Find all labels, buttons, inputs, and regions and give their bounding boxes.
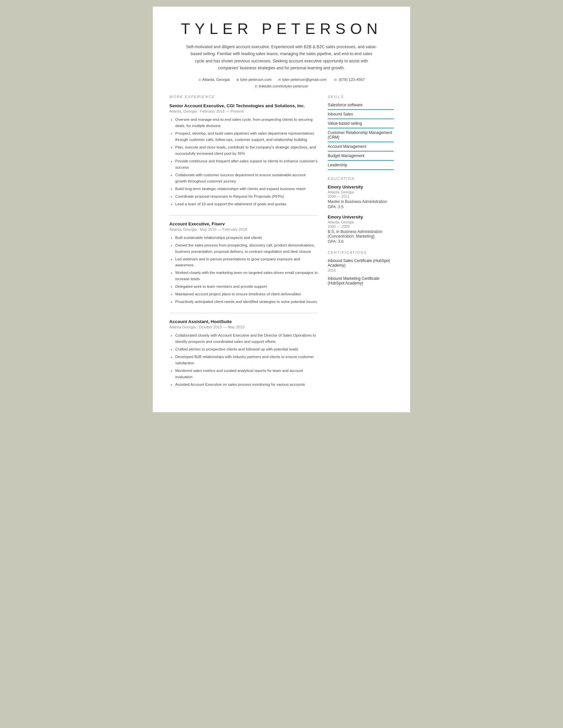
phone-text: (678) 123-4567 bbox=[339, 78, 365, 82]
linkedin-contact: in linkedin.com/in/tyler-peterson bbox=[255, 84, 308, 88]
edu-school-2: Emory University bbox=[328, 215, 394, 219]
website-icon: ⊕ bbox=[236, 78, 239, 82]
edu-years-1: 2009 — 2011 bbox=[328, 194, 394, 198]
list-item: Assisted Account Executive on sales proc… bbox=[175, 381, 318, 388]
edu-gpa-1: GPA: 3.5 bbox=[328, 205, 394, 209]
side-column: SKILLS Salesforce software Inbound Sales… bbox=[328, 95, 394, 396]
job-dates-1: February 2018 — Present bbox=[200, 109, 244, 113]
list-item: Prospect, develop, and build sales pipel… bbox=[175, 130, 318, 143]
job-block-3: Account Assistant, HootSuite Atlanta Geo… bbox=[169, 319, 318, 388]
list-item: Provide continuous and frequent after-sa… bbox=[175, 158, 318, 171]
edu-years-2: 2005 — 2009 bbox=[328, 224, 394, 228]
edu-gpa-2: GPA: 3.6 bbox=[328, 239, 394, 244]
list-item: Maintained account project plans to ensu… bbox=[175, 291, 318, 297]
job-meta-3: Atlanta Georgia · October 2013 — May 201… bbox=[169, 325, 318, 329]
resume-header: TYLER PETERSON Self-motivated and dilige… bbox=[169, 20, 394, 88]
job-title-2: Account Executive, Fiserv bbox=[169, 221, 318, 226]
edu-location-1: Atlanta, Georgia bbox=[328, 190, 394, 194]
job-bullets-2: Built sustainable relationships prospect… bbox=[169, 235, 318, 305]
list-item: Collaborated closely with Account Execut… bbox=[175, 332, 318, 345]
list-item: Oversee and manage end-to-end sales cycl… bbox=[175, 116, 318, 129]
list-item: Collaborate with customer success depart… bbox=[175, 172, 318, 184]
list-item: Worked closely with the marketing team o… bbox=[175, 270, 318, 282]
linkedin-icon: in bbox=[255, 84, 257, 88]
list-item: Monitored sales metrics and curated anal… bbox=[175, 368, 318, 380]
skill-item-2: Value-based selling bbox=[328, 121, 394, 128]
contact-website: ⊕ tyler-peterson.com bbox=[236, 78, 272, 82]
list-item: Developed B2B relationships with industr… bbox=[175, 354, 318, 366]
edu-location-2: Atlanta, Georgia bbox=[328, 220, 394, 224]
job-location-2: Atlanta, Georgia bbox=[169, 227, 197, 231]
edu-degree-1: Master in Business Administration bbox=[328, 199, 394, 204]
list-item: Lead a team of 10 and support the attain… bbox=[175, 201, 318, 207]
resume-page: TYLER PETERSON Self-motivated and dilige… bbox=[153, 7, 410, 412]
cert-name-2: Inbound Marketing Certificate (HubSpot A… bbox=[328, 276, 394, 285]
job-meta-2: Atlanta, Georgia · May 2015 — February 2… bbox=[169, 227, 318, 231]
cert-block-1: Inbound Sales Certificate (HubSpot Acade… bbox=[328, 258, 394, 272]
linkedin-text: linkedin.com/in/tyler-peterson bbox=[259, 84, 308, 88]
skill-item-0: Salesforce software bbox=[328, 103, 394, 110]
list-item: Proactively anticipated client needs and… bbox=[175, 299, 318, 305]
linkedin-row: in linkedin.com/in/tyler-peterson bbox=[169, 84, 394, 88]
list-item: Led webinars and in-person presentations… bbox=[175, 256, 318, 269]
edu-block-1: Emory University Atlanta, Georgia 2009 —… bbox=[328, 184, 394, 209]
edu-school-1: Emory University bbox=[328, 184, 394, 189]
contact-row: ⊙ Atlanta, Georgia ⊕ tyler-peterson.com … bbox=[169, 78, 394, 82]
email-icon: ✉ bbox=[278, 78, 281, 82]
job-dates-2: May 2015 — February 2018 bbox=[200, 227, 247, 231]
location-icon: ⊙ bbox=[198, 78, 201, 82]
contact-email: ✉ tyler-peterson@gmail.com bbox=[278, 78, 326, 82]
summary-text: Self-motivated and diligent account exec… bbox=[186, 44, 377, 72]
phone-icon: ☏ bbox=[333, 78, 338, 82]
job-block-1: Senior Account Executive, CGI Technologi… bbox=[169, 103, 318, 207]
job-bullets-3: Collaborated closely with Account Execut… bbox=[169, 332, 318, 388]
job-meta-1: Atlanta, Georgia · February 2018 — Prese… bbox=[169, 109, 318, 113]
skill-item-4: Account Management bbox=[328, 144, 394, 151]
contact-location: ⊙ Atlanta, Georgia bbox=[198, 78, 230, 82]
contact-phone: ☏ (678) 123-4567 bbox=[333, 78, 365, 82]
list-item: Coordinate proposal responses to Request… bbox=[175, 193, 318, 200]
job-title-3: Account Assistant, HootSuite bbox=[169, 319, 318, 324]
skill-item-6: Leadership bbox=[328, 163, 394, 170]
skill-item-1: Inbound Sales bbox=[328, 112, 394, 119]
skill-item-3: Customer Relationship Management (CRM) bbox=[328, 130, 394, 142]
cert-block-2: Inbound Marketing Certificate (HubSpot A… bbox=[328, 276, 394, 285]
education-heading: EDUCATION bbox=[328, 177, 394, 181]
list-item: Built sustainable relationships prospect… bbox=[175, 235, 318, 241]
certifications-section: CERTIFICATIONS Inbound Sales Certificate… bbox=[328, 250, 394, 285]
list-item: Owned the sales process from prospecting… bbox=[175, 242, 318, 255]
email-text: tyler-peterson@gmail.com bbox=[282, 78, 326, 82]
skills-section: SKILLS Salesforce software Inbound Sales… bbox=[328, 95, 394, 170]
list-item: Plan, execute and close leads, contribut… bbox=[175, 144, 318, 157]
edu-degree-2: B.S. in Business Administration (Concent… bbox=[328, 229, 394, 239]
job-location-1: Atlanta, Georgia bbox=[169, 109, 197, 113]
two-col-layout: WORK EXPERIENCE Senior Account Executive… bbox=[169, 95, 394, 396]
skill-item-5: Budget Management bbox=[328, 153, 394, 161]
website-text: tyler-peterson.com bbox=[240, 78, 272, 82]
edu-block-2: Emory University Atlanta, Georgia 2005 —… bbox=[328, 215, 394, 244]
divider-2 bbox=[169, 313, 318, 313]
skills-heading: SKILLS bbox=[328, 95, 394, 99]
education-section: EDUCATION Emory University Atlanta, Geor… bbox=[328, 177, 394, 244]
divider-1 bbox=[169, 215, 318, 215]
location-text: Atlanta, Georgia bbox=[202, 78, 230, 82]
list-item: Delegated work to team members and provi… bbox=[175, 283, 318, 290]
job-location-3: Atlanta Georgia bbox=[169, 325, 196, 329]
list-item: Build long-term strategic relationships … bbox=[175, 186, 318, 192]
work-experience-heading: WORK EXPERIENCE bbox=[169, 95, 318, 99]
main-column: WORK EXPERIENCE Senior Account Executive… bbox=[169, 95, 318, 396]
list-item: Crafted pitches to prospective clients a… bbox=[175, 346, 318, 352]
job-block-2: Account Executive, Fiserv Atlanta, Georg… bbox=[169, 221, 318, 305]
certifications-heading: CERTIFICATIONS bbox=[328, 250, 394, 254]
job-bullets-1: Oversee and manage end-to-end sales cycl… bbox=[169, 116, 318, 207]
job-title-1: Senior Account Executive, CGI Technologi… bbox=[169, 103, 318, 108]
cert-name-1: Inbound Sales Certificate (HubSpot Acade… bbox=[328, 258, 394, 268]
cert-year-1: 2018 bbox=[328, 268, 394, 272]
job-dates-3: October 2013 — May 2015 bbox=[199, 325, 245, 329]
candidate-name: TYLER PETERSON bbox=[169, 20, 394, 38]
